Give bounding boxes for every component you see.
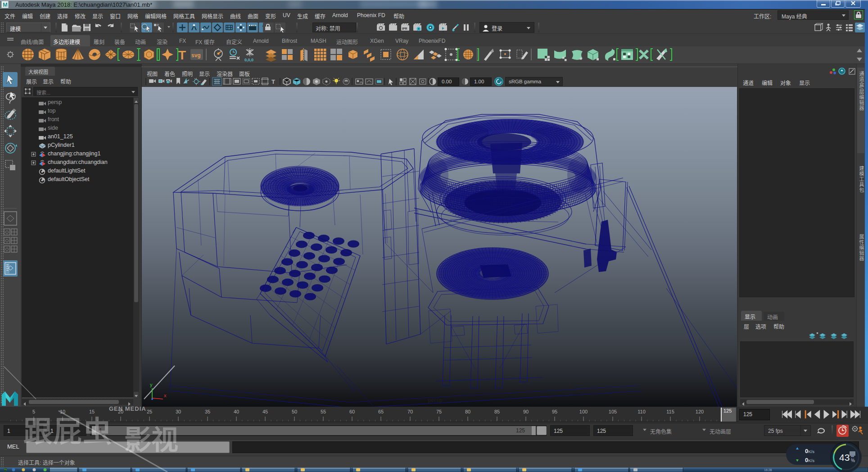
svg-text:0K/s: 0K/s (805, 457, 814, 463)
svg-text:110: 110 (637, 409, 646, 414)
svg-text:43: 43 (839, 452, 850, 463)
svg-text:%: % (851, 458, 855, 463)
svg-text:95: 95 (552, 409, 557, 414)
svg-text:0K/s: 0K/s (805, 448, 814, 454)
svg-text:45: 45 (262, 409, 268, 414)
svg-text:115: 115 (666, 409, 674, 414)
svg-text:105: 105 (609, 409, 617, 414)
svg-text:70: 70 (407, 409, 413, 414)
svg-text:persp: persp (428, 397, 443, 404)
svg-text:80: 80 (465, 409, 470, 414)
svg-text:T: T (178, 48, 186, 62)
svg-text:svg: svg (191, 52, 201, 59)
svg-text:50: 50 (292, 409, 297, 414)
svg-text:25: 25 (147, 409, 152, 414)
svg-text:85: 85 (494, 409, 500, 414)
svg-text:40: 40 (234, 409, 239, 414)
svg-text:y: y (150, 382, 153, 387)
svg-text:IPR: IPR (402, 27, 407, 30)
svg-text:90: 90 (523, 409, 529, 414)
svg-text:35: 35 (205, 409, 210, 414)
svg-text:60: 60 (349, 409, 355, 414)
svg-text:55: 55 (321, 409, 326, 414)
svg-text:16:28: 16:28 (764, 468, 772, 472)
svg-text:30: 30 (176, 409, 181, 414)
svg-text:x: x (164, 393, 167, 398)
svg-text:120: 120 (696, 409, 704, 414)
svg-text:65: 65 (378, 409, 384, 414)
svg-text:0,0,0: 0,0,0 (244, 58, 253, 62)
svg-text:T: T (271, 78, 275, 85)
svg-text:75: 75 (436, 409, 442, 414)
svg-text:100: 100 (579, 409, 588, 414)
